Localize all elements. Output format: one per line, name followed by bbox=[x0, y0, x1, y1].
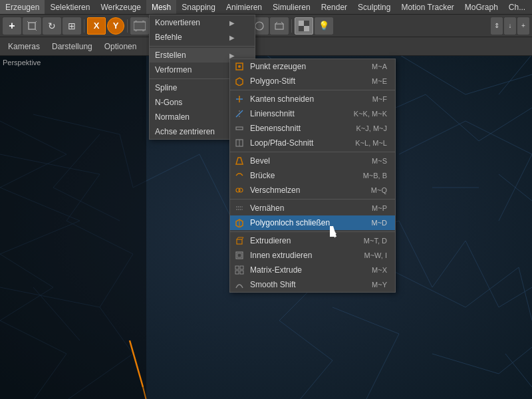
menu-mesh[interactable]: Mesh bbox=[146, 0, 176, 14]
toolbar-secondary: Kameras Darstellung Optionen Fil... bbox=[0, 37, 532, 56]
svg-marker-91 bbox=[236, 158, 243, 164]
submenu-polygon-stift[interactable]: Polygon-Stift M~E bbox=[230, 74, 395, 88]
svg-rect-0 bbox=[29, 23, 35, 29]
svg-line-92 bbox=[236, 174, 238, 176]
separator bbox=[150, 46, 255, 47]
divider-2 bbox=[127, 19, 128, 33]
nav-arrows[interactable]: ⇕ bbox=[491, 17, 503, 35]
smooth-icon bbox=[234, 279, 245, 290]
submenu-kanten-schneiden[interactable]: Kanten schneiden M~F bbox=[230, 92, 395, 106]
submenu-bevel[interactable]: Bevel M~S bbox=[230, 154, 395, 168]
x-axis-button[interactable]: X bbox=[87, 17, 106, 35]
svg-rect-101 bbox=[237, 239, 242, 244]
submenu-punkt-erzeugen[interactable]: Punkt erzeugen M~A bbox=[230, 59, 395, 74]
menu-bar: Erzeugen Selektieren Werkzeuge Mesh Snap… bbox=[0, 0, 532, 15]
svg-rect-19 bbox=[299, 26, 304, 31]
svg-line-1 bbox=[27, 21, 29, 23]
arrow-icon: ▶ bbox=[229, 52, 235, 59]
svg-rect-78 bbox=[0, 56, 146, 399]
submenu-innen-extrudieren[interactable]: Innen extrudieren M~W, I bbox=[230, 248, 395, 263]
linie-icon bbox=[234, 108, 245, 119]
bruecke-icon bbox=[234, 170, 245, 181]
menu-snapping[interactable]: Snapping bbox=[176, 0, 221, 14]
punkt-icon bbox=[234, 61, 245, 72]
material-button[interactable] bbox=[295, 17, 313, 35]
menu-selektieren[interactable]: Selektieren bbox=[45, 0, 95, 14]
add-button[interactable]: + bbox=[3, 17, 21, 35]
vernaehen-icon bbox=[234, 203, 245, 213]
kanten-icon bbox=[234, 94, 245, 104]
separator bbox=[230, 152, 395, 152]
submenu-extrudieren[interactable]: Extrudieren M~T, D bbox=[230, 233, 395, 248]
extrude-icon bbox=[234, 235, 245, 246]
svg-rect-88 bbox=[236, 127, 243, 130]
menu-motion-tracker[interactable]: Motion Tracker bbox=[396, 0, 459, 14]
toolbar2-optionen[interactable]: Optionen bbox=[99, 37, 142, 55]
svg-point-96 bbox=[239, 188, 243, 192]
toolbar2-darstellung[interactable]: Darstellung bbox=[47, 37, 98, 55]
polygon-stift-icon bbox=[234, 76, 245, 86]
menu-render[interactable]: Render bbox=[316, 0, 352, 14]
svg-line-94 bbox=[241, 174, 243, 176]
toolbar-right: ⇕ ↓ + bbox=[491, 17, 529, 35]
bevel-icon bbox=[234, 156, 245, 166]
innen-extrude-icon bbox=[234, 250, 245, 261]
menu-animieren[interactable]: Animieren bbox=[221, 0, 267, 14]
menu-werkzeuge[interactable]: Werkzeuge bbox=[95, 0, 146, 14]
menu-erzeugen[interactable]: Erzeugen bbox=[0, 0, 45, 14]
submenu-verschmelzen[interactable]: Verschmelzen M~Q bbox=[230, 183, 395, 198]
svg-rect-8 bbox=[142, 29, 144, 31]
grid-button[interactable]: ⊞ bbox=[63, 17, 81, 35]
svg-rect-17 bbox=[299, 21, 304, 26]
submenu-vernaehen[interactable]: Vernähen M~P bbox=[230, 201, 395, 215]
ebene-icon bbox=[234, 123, 245, 134]
separator bbox=[230, 231, 395, 232]
erstellen-submenu: Punkt erzeugen M~A Polygon-Stift M~E Kan… bbox=[229, 59, 396, 293]
viewport-perspective-label: Perspektive bbox=[3, 59, 41, 66]
y-axis-button[interactable]: Y bbox=[107, 17, 124, 35]
svg-point-13 bbox=[255, 22, 263, 30]
download-btn[interactable]: ↓ bbox=[504, 17, 516, 35]
dropdown-befehle[interactable]: Befehle ▶ bbox=[150, 30, 255, 45]
verschmelzen-icon bbox=[234, 185, 245, 196]
svg-rect-107 bbox=[235, 266, 239, 269]
submenu-bruecke[interactable]: Brücke M~B, B bbox=[230, 168, 395, 183]
cube-button[interactable] bbox=[23, 17, 41, 35]
svg-line-3 bbox=[35, 29, 37, 31]
svg-line-2 bbox=[35, 21, 37, 23]
submenu-linienschnitt[interactable]: Linienschnitt K~K, M~K bbox=[230, 106, 395, 121]
filmstrip-button[interactable] bbox=[130, 17, 149, 35]
plane-button[interactable] bbox=[270, 17, 289, 35]
svg-rect-110 bbox=[240, 271, 243, 274]
menu-sculpting[interactable]: Sculpting bbox=[352, 0, 396, 14]
arrow-icon: ▶ bbox=[229, 19, 235, 27]
light-button[interactable]: 💡 bbox=[315, 17, 333, 35]
svg-rect-18 bbox=[304, 21, 309, 26]
toolbar2-kameras[interactable]: Kameras bbox=[3, 37, 45, 55]
dropdown-konvertieren[interactable]: Konvertieren ▶ bbox=[150, 15, 255, 30]
submenu-smooth-shift[interactable]: Smooth Shift M~Y bbox=[230, 277, 395, 292]
menu-mograph[interactable]: MoGraph bbox=[460, 0, 503, 14]
svg-rect-14 bbox=[275, 24, 283, 29]
submenu-matrix-extrude[interactable]: Matrix-Extrude M~X bbox=[230, 263, 395, 277]
menu-simulieren[interactable]: Simulieren bbox=[267, 0, 316, 14]
refresh-button[interactable]: ↻ bbox=[43, 17, 61, 35]
svg-rect-20 bbox=[304, 26, 309, 31]
toolbar-main: + ↻ ⊞ X Y 👤 ✏ ➤ 💡 ⇕ ↓ + bbox=[0, 15, 532, 37]
matrix-icon bbox=[234, 265, 245, 275]
arrow-icon: ▶ bbox=[229, 34, 235, 41]
separator bbox=[230, 199, 395, 200]
svg-rect-5 bbox=[135, 21, 137, 23]
svg-marker-83 bbox=[236, 78, 243, 86]
svg-point-82 bbox=[238, 65, 241, 68]
divider-1 bbox=[84, 19, 84, 33]
submenu-loop-schnitt[interactable]: Loop/Pfad-Schnitt K~L, M~L bbox=[230, 136, 395, 150]
svg-rect-106 bbox=[237, 253, 241, 257]
svg-rect-7 bbox=[135, 29, 137, 31]
polygonloch-icon bbox=[234, 217, 245, 228]
menu-ch[interactable]: Ch... bbox=[503, 0, 531, 14]
submenu-ebenenschnitt[interactable]: Ebenenschnitt K~J, M~J bbox=[230, 121, 395, 136]
svg-rect-4 bbox=[134, 22, 146, 30]
expand-btn[interactable]: + bbox=[517, 17, 529, 35]
submenu-polygonloch[interactable]: Polygonloch schließen M~D bbox=[230, 215, 395, 230]
